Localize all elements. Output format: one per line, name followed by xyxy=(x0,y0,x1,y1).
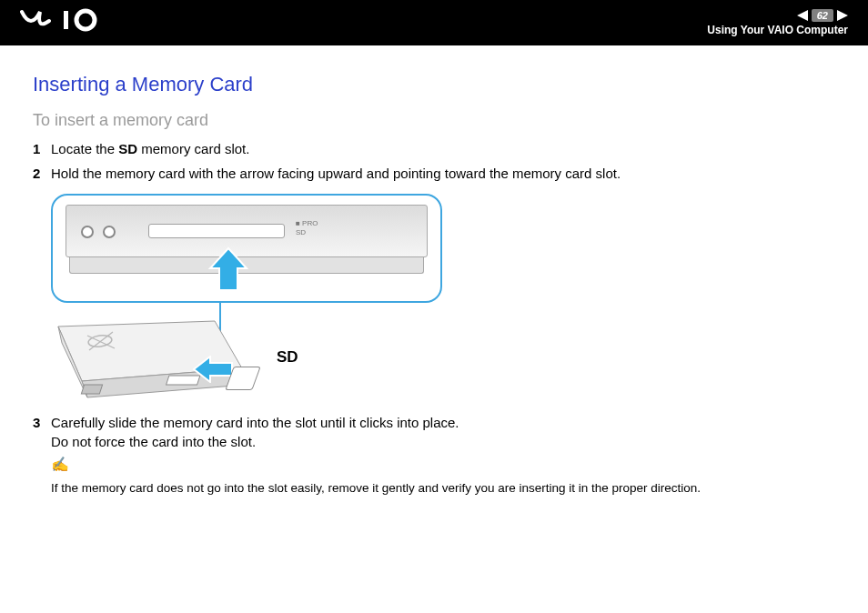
header-right: 62 Using Your VAIO Computer xyxy=(707,9,848,36)
note-block: ✍ If the memory card does not go into th… xyxy=(51,457,835,495)
step-number: 2 xyxy=(33,164,51,183)
page-subtitle: To insert a memory card xyxy=(33,111,835,130)
overview-diagram: SD xyxy=(51,308,442,404)
step-2: 2 Hold the memory card with the arrow fa… xyxy=(33,164,835,183)
closeup-frame: ■ PRO SD xyxy=(51,194,442,303)
svg-rect-0 xyxy=(64,11,68,29)
prev-page-icon[interactable] xyxy=(797,10,808,21)
step-number: 3 xyxy=(33,413,51,451)
step-1-post: memory card slot. xyxy=(137,141,249,156)
page-header: 62 Using Your VAIO Computer xyxy=(0,0,868,45)
step-3-line2: Do not force the card into the slot. xyxy=(51,432,835,451)
svg-rect-8 xyxy=(81,385,102,394)
step-1-pre: Locate the xyxy=(51,141,118,156)
headphone-jack-icon xyxy=(81,226,94,238)
step-number: 1 xyxy=(33,139,51,158)
mic-jack-icon xyxy=(103,226,116,238)
step-1-bold: SD xyxy=(118,141,137,156)
note-row: If the memory card does not go into the … xyxy=(51,481,835,495)
page-content: Inserting a Memory Card To insert a memo… xyxy=(0,45,868,517)
step-text: Hold the memory card with the arrow faci… xyxy=(51,164,835,183)
insert-arrow-up-icon xyxy=(207,246,249,296)
step-1: 1 Locate the SD memory card slot. xyxy=(33,139,835,158)
breadcrumb: Using Your VAIO Computer xyxy=(707,24,848,36)
page-nav: 62 xyxy=(797,9,848,22)
label-pro: ■ PRO xyxy=(296,219,318,228)
note-icon: ✍ xyxy=(51,457,69,472)
step-3-line1: Carefully slide the memory card into the… xyxy=(51,413,835,432)
label-sd: SD xyxy=(296,228,318,237)
page-title: Inserting a Memory Card xyxy=(33,73,835,96)
page-number: 62 xyxy=(812,9,833,22)
card-slot xyxy=(148,224,285,238)
sd-label: SD xyxy=(277,348,298,367)
svg-point-1 xyxy=(76,11,95,29)
step-text: Locate the SD memory card slot. xyxy=(51,139,835,158)
step-3: 3 Carefully slide the memory card into t… xyxy=(33,413,835,451)
slot-labels: ■ PRO SD xyxy=(296,219,318,236)
illustration: ■ PRO SD xyxy=(51,194,442,404)
note-text: If the memory card does not go into the … xyxy=(51,481,701,495)
step-text: Carefully slide the memory card into the… xyxy=(51,413,835,451)
vaio-logo xyxy=(20,8,111,38)
next-page-icon[interactable] xyxy=(837,10,848,21)
